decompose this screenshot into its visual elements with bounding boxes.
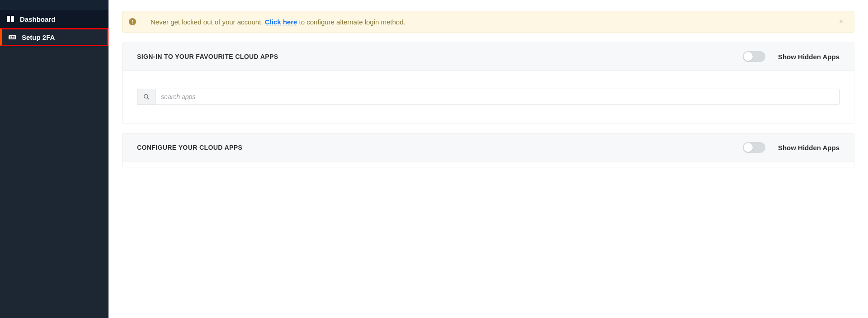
search-icon xyxy=(137,89,155,105)
sidebar-item-label: Setup 2FA xyxy=(22,33,55,41)
signin-card-body xyxy=(123,71,854,123)
signin-card-title: SIGN-IN TO YOUR FAVOURITE CLOUD APPS xyxy=(137,53,278,60)
dashboard-icon xyxy=(6,16,14,22)
svg-line-1 xyxy=(147,98,149,100)
app-layout: Dashboard 123 Setup 2FA ! Never get lock… xyxy=(0,0,868,318)
configure-apps-card: CONFIGURE YOUR CLOUD APPS Show Hidden Ap… xyxy=(122,133,854,167)
lockout-alert: ! Never get locked out of your account. … xyxy=(122,11,854,33)
alert-text-before: Never get locked out of your account. xyxy=(151,18,265,26)
sidebar-item-dashboard[interactable]: Dashboard xyxy=(0,10,108,28)
signin-toggle-group: Show Hidden Apps xyxy=(743,51,840,62)
signin-card-header: SIGN-IN TO YOUR FAVOURITE CLOUD APPS Sho… xyxy=(123,43,854,71)
search-apps-input[interactable] xyxy=(155,89,840,105)
numbers-icon: 123 xyxy=(8,34,16,40)
alert-text-after: to configure alternate login method. xyxy=(297,18,405,26)
signin-apps-card: SIGN-IN TO YOUR FAVOURITE CLOUD APPS Sho… xyxy=(122,43,854,123)
alert-text: Never get locked out of your account. Cl… xyxy=(151,18,828,26)
close-icon[interactable]: × xyxy=(837,18,845,26)
configure-toggle-group: Show Hidden Apps xyxy=(743,142,840,153)
show-hidden-apps-label: Show Hidden Apps xyxy=(778,53,840,61)
configure-card-title: CONFIGURE YOUR CLOUD APPS xyxy=(137,144,242,151)
show-hidden-apps-label: Show Hidden Apps xyxy=(778,144,840,152)
search-apps-group xyxy=(137,89,840,105)
show-hidden-apps-toggle[interactable] xyxy=(743,51,765,62)
configure-card-body xyxy=(123,161,854,167)
configure-card-header: CONFIGURE YOUR CLOUD APPS Show Hidden Ap… xyxy=(123,134,854,161)
configure-login-link[interactable]: Click here xyxy=(265,18,297,26)
sidebar-item-setup-2fa[interactable]: 123 Setup 2FA xyxy=(0,28,108,46)
sidebar-top-spacer xyxy=(0,0,108,10)
show-hidden-apps-toggle[interactable] xyxy=(743,142,765,153)
main-content: ! Never get locked out of your account. … xyxy=(108,0,868,318)
sidebar-item-label: Dashboard xyxy=(20,15,55,23)
sidebar: Dashboard 123 Setup 2FA xyxy=(0,0,108,318)
warning-icon: ! xyxy=(129,18,136,25)
